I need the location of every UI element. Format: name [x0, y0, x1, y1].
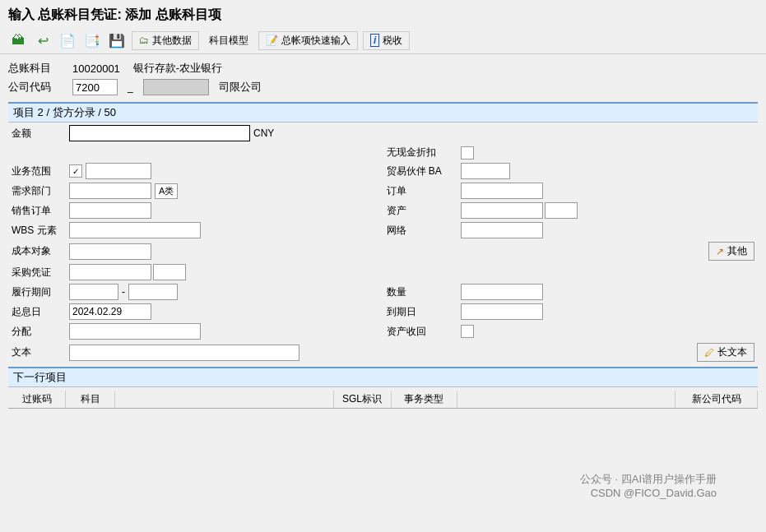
sales-order-row: 销售订单 [8, 201, 383, 220]
a-class-tag: A类 [155, 183, 178, 199]
window-title: 输入 总账科目凭证: 添加 总账科目项 [8, 7, 221, 21]
sales-order-label: 销售订单 [12, 204, 69, 218]
no-cash-discount-checkbox[interactable] [461, 146, 474, 160]
order-input[interactable] [461, 183, 543, 199]
service-period-to-input[interactable] [128, 284, 178, 300]
asset-input[interactable] [461, 202, 543, 219]
quantity-input[interactable] [461, 284, 543, 300]
main-section: 项目 2 / 贷方分录 / 50 金额 CNY 无现金折扣 业务范围 [8, 102, 758, 363]
back-icon[interactable]: ↩ [33, 30, 53, 50]
business-scope-label: 业务范围 [12, 164, 69, 178]
quick-input-button[interactable]: 📝 总帐项快速输入 [258, 31, 358, 50]
asset-recovery-checkbox[interactable] [461, 325, 474, 338]
demand-dept-row: 需求部门 A类 [8, 181, 383, 201]
save-icon[interactable]: 💾 [107, 30, 127, 50]
interest-start-row: 起息日 [8, 302, 383, 322]
other-button[interactable]: ↗ 其他 [708, 242, 754, 261]
service-period-from-input[interactable] [69, 284, 118, 300]
form-grid: 业务范围 贸易伙伴 BA 需求部门 A类 订单 [8, 161, 758, 363]
document-icon[interactable]: 📄 [58, 30, 77, 50]
network-row: 网络 [383, 220, 759, 240]
wbs-row: WBS 元素 [8, 220, 383, 240]
due-date-label: 到期日 [387, 305, 461, 319]
quick-input-label: 总帐项快速输入 [281, 34, 351, 48]
title-bar: 输入 总账科目凭证: 添加 总账科目项 [0, 0, 766, 27]
wbs-label: WBS 元素 [12, 224, 69, 238]
company-code-label: 公司代码 [8, 80, 66, 95]
company-code-row: 公司代码 _ 司限公司 [8, 79, 758, 95]
demand-dept-label: 需求部门 [12, 184, 69, 198]
due-date-row: 到期日 [383, 302, 759, 322]
company-name-input[interactable] [143, 79, 209, 95]
trade-partner-label: 贸易伙伴 BA [387, 164, 461, 178]
business-scope-checkbox[interactable] [69, 164, 82, 178]
tax-button[interactable]: i 税收 [363, 31, 410, 50]
text-row: 文本 [8, 341, 383, 363]
order-label: 订单 [387, 184, 461, 198]
quantity-label: 数量 [387, 285, 461, 299]
copy-doc-icon[interactable]: 📑 [82, 30, 102, 50]
sales-order-input[interactable] [69, 202, 151, 219]
main-window: 输入 总账科目凭证: 添加 总账科目项 🏔 ↩ 📄 📑 💾 🗂 其他数据 科目模… [0, 0, 766, 532]
gl-account-name: 银行存款-农业银行 [133, 61, 222, 76]
col-transaction-type: 事务类型 [392, 391, 457, 408]
purchase-voucher-sub-input[interactable] [153, 264, 186, 280]
asset-sub-input[interactable] [545, 202, 578, 219]
no-cash-discount-label: 无现金折扣 [387, 146, 461, 160]
interest-start-input[interactable] [69, 303, 151, 320]
purchase-voucher-row: 采购凭证 [8, 262, 383, 282]
cost-object-label: 成本对象 [12, 244, 69, 258]
company-code-name: 司限公司 [219, 80, 262, 95]
company-code-input[interactable] [72, 79, 118, 95]
header-fields: 总账科目 10020001 银行存款-农业银行 公司代码 _ 司限公司 [8, 61, 758, 95]
business-scope-row: 业务范围 [8, 161, 383, 181]
gl-account-row: 总账科目 10020001 银行存款-农业银行 [8, 61, 758, 76]
interest-start-label: 起息日 [12, 305, 69, 319]
long-text-icon: 🖊 [704, 347, 714, 359]
long-text-label: 长文本 [717, 345, 747, 359]
mountains-icon[interactable]: 🏔 [8, 30, 28, 50]
next-section-title: 下一行项目 [8, 368, 758, 387]
col-empty2 [457, 391, 676, 408]
info-icon: i [370, 34, 379, 47]
distribution-input[interactable] [69, 323, 201, 340]
tax-label: 税收 [383, 34, 402, 48]
no-cash-discount-row: 无现金折扣 [383, 144, 759, 161]
col-posting-code: 过账码 [8, 391, 66, 408]
currency-label: CNY [253, 127, 274, 139]
toolbar: 🏔 ↩ 📄 📑 💾 🗂 其他数据 科目模型 📝 总帐项快速输入 i 税收 [0, 27, 766, 54]
section-title: 项目 2 / 贷方分录 / 50 [8, 104, 758, 123]
purchase-right-empty [383, 262, 759, 282]
cost-object-row: 成本对象 [8, 240, 383, 262]
distribution-label: 分配 [12, 325, 69, 339]
asset-row: 资产 [383, 201, 759, 220]
trade-partner-input[interactable] [461, 163, 510, 179]
other-data-label: 其他数据 [152, 34, 192, 48]
text-input[interactable] [69, 345, 299, 361]
table-header: 过账码 科目 SGL标识 事务类型 新公司代码 [8, 391, 758, 409]
purchase-voucher-input[interactable] [69, 264, 151, 280]
due-date-input[interactable] [461, 303, 543, 320]
asset-label: 资产 [387, 204, 461, 218]
quick-input-icon: 📝 [266, 35, 278, 46]
next-section: 下一行项目 过账码 科目 SGL标识 事务类型 新公司代码 [8, 367, 758, 409]
wbs-input[interactable] [69, 222, 201, 238]
service-period-label: 履行期间 [12, 285, 69, 299]
demand-dept-input[interactable] [69, 183, 151, 199]
account-model-btn[interactable]: 科目模型 [204, 34, 253, 48]
cost-object-input[interactable] [69, 243, 151, 260]
business-scope-input[interactable] [86, 163, 151, 179]
purchase-voucher-label: 采购凭证 [12, 266, 69, 280]
col-new-company-code: 新公司代码 [675, 391, 758, 408]
col-empty [115, 391, 334, 408]
quantity-row: 数量 [383, 282, 759, 302]
distribution-row: 分配 [8, 322, 383, 341]
period-dash: - [122, 286, 125, 298]
amount-row: 金额 CNY [8, 123, 758, 144]
amount-label: 金额 [12, 127, 69, 141]
other-data-button[interactable]: 🗂 其他数据 [132, 31, 199, 50]
amount-input[interactable] [69, 125, 250, 141]
long-text-button[interactable]: 🖊 长文本 [697, 343, 754, 362]
network-input[interactable] [461, 222, 543, 238]
service-period-row: 履行期间 - [8, 282, 383, 302]
